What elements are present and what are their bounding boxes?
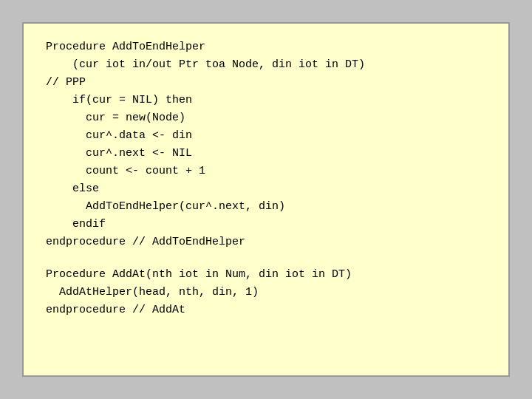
code-section-1: Procedure AddToEndHelper (cur iot in/out… bbox=[46, 38, 486, 251]
code-spacer bbox=[46, 251, 486, 266]
code-section-2: Procedure AddAt(nth iot in Num, din iot … bbox=[46, 266, 486, 319]
code-container: Procedure AddToEndHelper (cur iot in/out… bbox=[22, 22, 510, 377]
